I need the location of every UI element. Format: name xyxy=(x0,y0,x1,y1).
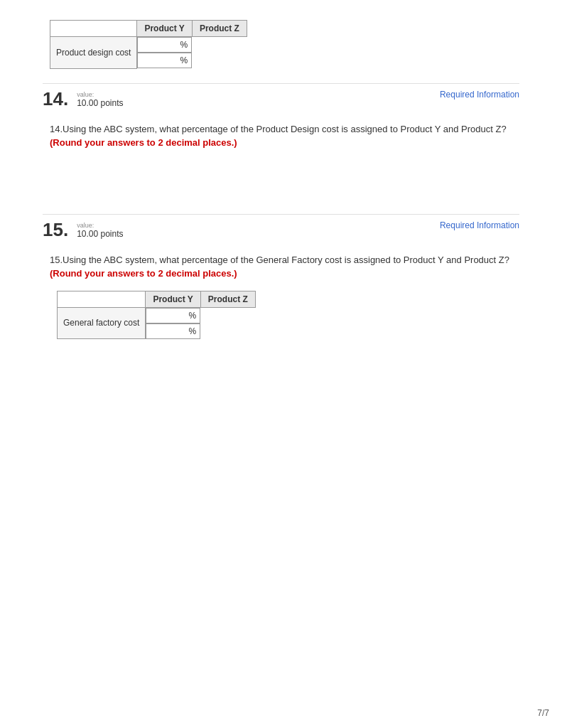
question-14-required-info[interactable]: Required Information xyxy=(440,90,519,100)
question-14-block: 14. value: 10.00 points Required Informa… xyxy=(43,83,519,150)
question-14-number: 14. xyxy=(43,90,68,108)
q15-header-product-y: Product Y xyxy=(146,291,200,307)
question-14-value: value: 10.00 points xyxy=(77,91,123,108)
q14-row-label: Product design cost xyxy=(50,37,137,69)
q15-product-z-input[interactable] xyxy=(148,326,188,337)
q15-col1-input-cell[interactable]: % xyxy=(146,308,200,323)
question-14-body: 14.Using the ABC system, what percentage… xyxy=(43,122,519,150)
q14-col2-percent: % xyxy=(180,55,188,65)
q15-table-wrapper: Product Y Product Z General factory cost… xyxy=(57,291,519,340)
q14-col1-percent: % xyxy=(180,40,188,50)
q14-header-product-z: Product Z xyxy=(192,21,247,37)
q14-preview-table: Product Y Product Z Product design cost … xyxy=(50,20,247,69)
q14-product-z-input[interactable] xyxy=(140,55,179,66)
question-15-required-info[interactable]: Required Information xyxy=(440,220,519,230)
q14-col2-input-cell[interactable]: % xyxy=(137,53,192,68)
question-14-text: 14.Using the ABC system, what percentage… xyxy=(50,122,519,150)
q15-col1-percent: % xyxy=(188,311,196,321)
q14-header-empty xyxy=(50,21,137,37)
question-15-body: 15.Using the ABC system, what percentage… xyxy=(43,253,519,340)
question-14-round-instruction: (Round your answers to 2 decimal places.… xyxy=(50,137,237,148)
page-number: 7/7 xyxy=(537,708,549,718)
question-14-text-prefix: 14.Using the ABC system, what percentage… xyxy=(50,124,507,134)
question-14-header: 14. value: 10.00 points Required Informa… xyxy=(43,83,519,114)
question-15-text: 15.Using the ABC system, what percentage… xyxy=(50,253,519,281)
q14-top-table: Product Y Product Z Product design cost … xyxy=(50,20,519,69)
q15-header-empty xyxy=(58,291,146,307)
page-container: Product Y Product Z Product design cost … xyxy=(0,0,562,728)
table-row: Product design cost % % xyxy=(50,37,247,69)
question-14-value-label: value: xyxy=(77,91,123,98)
q15-row-label: General factory cost xyxy=(58,307,146,339)
question-15-block: 15. value: 10.00 points Required Informa… xyxy=(43,214,519,340)
question-15-round-instruction: (Round your answers to 2 decimal places.… xyxy=(50,268,237,279)
question-15-header: 15. value: 10.00 points Required Informa… xyxy=(43,214,519,245)
q15-header-product-z: Product Z xyxy=(200,291,255,307)
question-15-number: 15. xyxy=(43,220,68,239)
question-14-points: 10.00 points xyxy=(77,98,123,108)
q15-col2-input-cell[interactable]: % xyxy=(146,323,200,339)
q15-col2-percent: % xyxy=(188,326,196,336)
question-15-text-prefix: 15.Using the ABC system, what percentage… xyxy=(50,255,509,265)
q15-table: Product Y Product Z General factory cost… xyxy=(57,291,256,340)
q14-product-y-input[interactable] xyxy=(140,39,179,50)
table-row: General factory cost % % xyxy=(58,307,256,339)
question-15-points: 10.00 points xyxy=(77,229,123,239)
spacer-14-15 xyxy=(43,171,519,214)
question-15-value-label: value: xyxy=(77,222,123,229)
question-15-value: value: 10.00 points xyxy=(77,222,123,239)
q15-product-y-input[interactable] xyxy=(148,310,188,321)
q14-header-product-y: Product Y xyxy=(137,21,192,37)
q14-col1-input-cell[interactable]: % xyxy=(137,37,192,53)
